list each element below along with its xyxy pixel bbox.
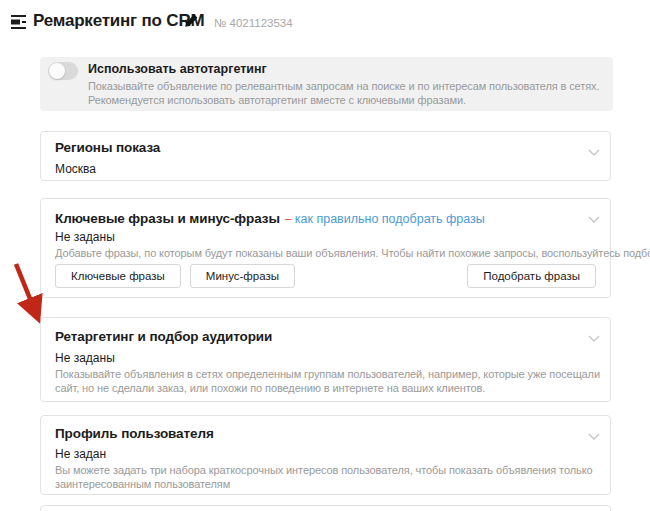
retargeting-card: Ретаргетинг и подбор аудитории Не заданы… (40, 317, 611, 402)
next-section-card-partial (40, 505, 611, 511)
autotargeting-description: Показывайте объявление по релевантным за… (88, 79, 615, 107)
autotargeting-title: Использовать автотаргетинг (88, 62, 267, 76)
chevron-down-icon[interactable] (588, 329, 600, 347)
campaign-number: № 4021123534 (214, 17, 293, 29)
keywords-button[interactable]: Ключевые фразы (55, 264, 181, 288)
retargeting-description: Показывайте объявления в сетях определен… (55, 368, 600, 395)
pick-phrases-button[interactable]: Подобрать фразы (467, 264, 596, 288)
keywords-card: Ключевые фразы и минус-фразы–как правиль… (40, 198, 611, 298)
edit-pencil-icon[interactable] (184, 13, 199, 28)
minus-phrases-button[interactable]: Минус-фразы (190, 264, 295, 288)
campaign-list-icon[interactable] (10, 14, 28, 30)
chevron-down-icon[interactable] (588, 210, 600, 228)
autotargeting-panel: Использовать автотаргетинг Показывайте о… (40, 57, 613, 111)
campaign-settings-page: Ремаркетинг по CRM № 4021123534 Использо… (0, 0, 650, 511)
chevron-down-icon[interactable] (588, 427, 600, 445)
chevron-down-icon[interactable] (588, 143, 600, 161)
regions-card: Регионы показа Москва (40, 131, 611, 181)
profile-card: Профиль пользователя Не задан Вы можете … (40, 415, 611, 495)
profile-title: Профиль пользователя (55, 426, 214, 441)
regions-value: Москва (55, 162, 96, 176)
keywords-description: Добавьте фразы, по которым будут показан… (55, 247, 600, 261)
retargeting-status: Не заданы (55, 351, 115, 365)
profile-description: Вы можете задать три набора краткосрочны… (55, 464, 600, 491)
link-dash: – (285, 212, 292, 226)
page-title: Ремаркетинг по CRM (33, 11, 204, 31)
keywords-help-link[interactable]: как правильно подобрать фразы (295, 212, 485, 226)
profile-status: Не задан (55, 447, 106, 461)
retargeting-title: Ретаргетинг и подбор аудитории (55, 329, 272, 344)
keywords-title: Ключевые фразы и минус-фразы (55, 211, 280, 226)
regions-title: Регионы показа (55, 140, 160, 155)
toggle-knob (49, 63, 65, 79)
autotargeting-toggle[interactable] (48, 62, 78, 80)
keywords-status: Не заданы (55, 230, 115, 244)
